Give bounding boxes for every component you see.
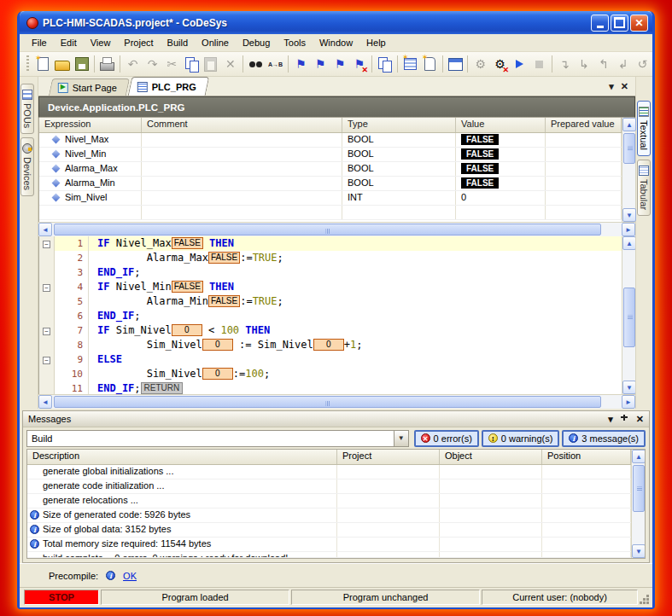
bookmark-next-icon[interactable]: ⚑	[312, 55, 330, 73]
code-editor[interactable]: −1IF Nivel_MaxFALSE THEN2 Alarma_MaxFALS…	[38, 236, 635, 394]
menu-tools[interactable]: Tools	[277, 36, 313, 49]
code-line-4[interactable]: −4IF Nivel_MinFALSE THEN	[39, 280, 622, 294]
code-lines[interactable]: −1IF Nivel_MaxFALSE THEN2 Alarma_MaxFALS…	[39, 236, 622, 394]
declaration-hscrollbar[interactable]: ◄ ►	[38, 222, 635, 236]
filter-warning-button[interactable]: !0 warning(s)	[482, 430, 560, 447]
column-header-project[interactable]: Project	[337, 450, 440, 464]
open-file-icon[interactable]	[54, 55, 72, 73]
code-line-9[interactable]: −9ELSE	[39, 352, 622, 367]
message-row[interactable]: iTotal memory size required: 11544 bytes	[27, 538, 631, 552]
declaration-vscrollbar[interactable]: ▲ ▼	[622, 118, 635, 222]
pin-icon[interactable]	[621, 415, 628, 423]
view-tab-tabular[interactable]: Tabular	[637, 160, 651, 216]
scroll-thumb[interactable]	[54, 396, 601, 408]
code-line-3[interactable]: 3END_IF;	[39, 265, 622, 280]
filter-error-button[interactable]: ✕0 error(s)	[414, 430, 479, 447]
message-row[interactable]: iSize of generated code: 5926 bytes	[27, 508, 631, 523]
code-line-1[interactable]: −1IF Nivel_MaxFALSE THEN	[39, 236, 622, 251]
message-row[interactable]: generate relocations ...	[27, 494, 631, 508]
table-row[interactable]: Alarma_MinBOOLFALSE	[39, 177, 622, 191]
column-header-expression[interactable]: Expression	[39, 118, 142, 132]
table-row[interactable]: Sim_NivelINT0	[39, 191, 622, 206]
tab-plc_prg[interactable]: PLC_PRG	[128, 77, 210, 96]
code-text[interactable]: Alarma_MinFALSE:=TRUE;	[89, 294, 283, 309]
message-category-select[interactable]: Build ▼	[26, 430, 409, 447]
messages-dropdown-icon[interactable]: ▾	[608, 414, 613, 425]
code-text[interactable]: END_IF;RETURN	[89, 381, 183, 394]
bookmark-clear-icon[interactable]: ⚑✕	[350, 55, 368, 73]
scroll-up-icon[interactable]: ▲	[622, 236, 635, 250]
menu-project[interactable]: Project	[117, 36, 160, 49]
new-file-icon[interactable]	[34, 55, 52, 73]
view-tab-textual[interactable]: Textual	[637, 101, 651, 156]
code-text[interactable]: IF Nivel_MaxFALSE THEN	[89, 236, 234, 251]
code-line-2[interactable]: 2 Alarma_MaxFALSE:=TRUE;	[39, 251, 622, 265]
code-text[interactable]: END_IF;	[89, 309, 141, 323]
minimize-button[interactable]	[591, 15, 609, 32]
copy-icon[interactable]	[183, 55, 201, 73]
message-row[interactable]: generate global initializations ...	[27, 465, 631, 479]
column-header-position[interactable]: Position	[542, 450, 631, 464]
messages-close-icon[interactable]: ✕	[636, 414, 644, 425]
scroll-thumb[interactable]	[54, 224, 601, 235]
code-text[interactable]: IF Sim_Nivel0 < 100 THEN	[89, 323, 270, 338]
table-row[interactable]: Nivel_MaxBOOLFALSE	[39, 133, 622, 148]
message-row[interactable]: iSize of global data: 3152 bytes	[27, 523, 631, 538]
message-row[interactable]: build complete -- 0 errors, 0 warnings :…	[27, 552, 631, 558]
menu-build[interactable]: Build	[161, 36, 195, 49]
fold-collapse-icon[interactable]: −	[43, 328, 50, 335]
menu-file[interactable]: File	[25, 36, 54, 49]
fold-collapse-icon[interactable]: −	[43, 241, 50, 248]
filter-info-button[interactable]: i3 message(s)	[562, 430, 646, 447]
resize-grip[interactable]	[640, 590, 650, 605]
bookmark-toggle-icon[interactable]: ⚑	[292, 55, 310, 73]
menu-window[interactable]: Window	[313, 36, 359, 49]
fold-collapse-icon[interactable]: −	[43, 357, 50, 364]
table-row[interactable]: Alarma_MaxBOOLFALSE	[39, 162, 622, 177]
menu-online[interactable]: Online	[195, 36, 236, 49]
scroll-down-icon[interactable]: ▼	[622, 381, 635, 394]
add-device-icon[interactable]	[401, 55, 419, 73]
sidebar-tab-devices[interactable]: Devices	[20, 137, 34, 196]
column-header-type[interactable]: Type	[342, 118, 456, 132]
column-header-comment[interactable]: Comment	[142, 118, 342, 132]
scroll-right-icon[interactable]: ►	[622, 223, 635, 236]
code-hscrollbar[interactable]: ◄ ►	[38, 394, 635, 409]
logout-icon[interactable]: ⚙✕	[491, 55, 509, 73]
code-text[interactable]: Sim_Nivel0 := Sim_Nivel0+1;	[89, 338, 362, 352]
column-header-object[interactable]: Object	[440, 450, 542, 464]
column-header-value[interactable]: Value	[456, 118, 546, 132]
code-line-5[interactable]: 5 Alarma_MinFALSE:=TRUE;	[39, 294, 622, 309]
messages-vscrollbar[interactable]: ▲ ▼	[631, 450, 645, 558]
bookmark-previous-icon[interactable]: ⚑	[331, 55, 349, 73]
fold-collapse-icon[interactable]: −	[43, 284, 50, 292]
code-text[interactable]: END_IF;	[89, 265, 141, 280]
code-vscrollbar[interactable]: ▲ ▼	[622, 236, 635, 394]
sidebar-tab-pous[interactable]: POUs	[20, 84, 34, 134]
scroll-up-icon[interactable]: ▲	[622, 118, 636, 131]
chevron-down-icon[interactable]: ▼	[394, 431, 408, 446]
code-line-8[interactable]: 8 Sim_Nivel0 := Sim_Nivel0+1;	[39, 338, 622, 352]
code-text[interactable]: Sim_Nivel0:=100;	[89, 367, 270, 381]
close-button[interactable]: ✕	[630, 15, 648, 32]
tab-start-page[interactable]: Start Page	[49, 78, 130, 96]
start-icon[interactable]	[511, 55, 529, 73]
replace-icon[interactable]: A→B	[266, 55, 284, 73]
scroll-thumb[interactable]	[623, 133, 635, 164]
tab-list-dropdown-icon[interactable]: ▾	[609, 81, 614, 92]
code-line-10[interactable]: 10 Sim_Nivel0:=100;	[39, 367, 622, 381]
build-icon[interactable]	[447, 55, 465, 73]
find-icon[interactable]	[247, 55, 265, 73]
add-pou-icon[interactable]	[421, 55, 439, 73]
message-row[interactable]: generate code initialization ...	[27, 479, 631, 494]
table-row[interactable]: Nivel_MinBOOLFALSE	[39, 148, 622, 162]
code-text[interactable]: Alarma_MaxFALSE:=TRUE;	[89, 251, 283, 265]
scroll-right-icon[interactable]: ►	[622, 395, 635, 409]
copy-special-icon[interactable]	[376, 55, 394, 73]
save-file-icon[interactable]	[73, 55, 91, 73]
scroll-thumb[interactable]	[633, 465, 645, 512]
menu-edit[interactable]: Edit	[54, 36, 84, 49]
menu-debug[interactable]: Debug	[236, 36, 277, 49]
code-text[interactable]: ELSE	[89, 352, 122, 367]
titlebar[interactable]: PLC-HMI-SCADAS.project* - CoDeSys ✕	[20, 11, 652, 34]
